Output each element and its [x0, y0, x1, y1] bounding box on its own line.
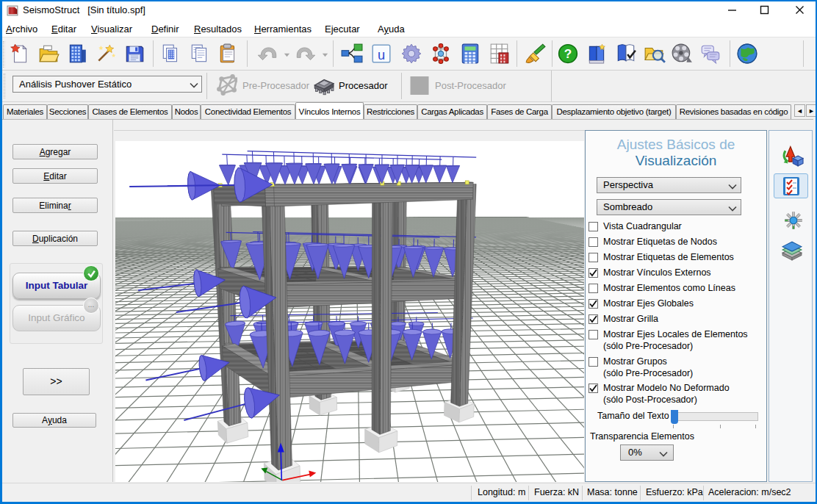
svg-text:?: ? — [564, 46, 572, 61]
svg-text:u: u — [378, 48, 385, 62]
